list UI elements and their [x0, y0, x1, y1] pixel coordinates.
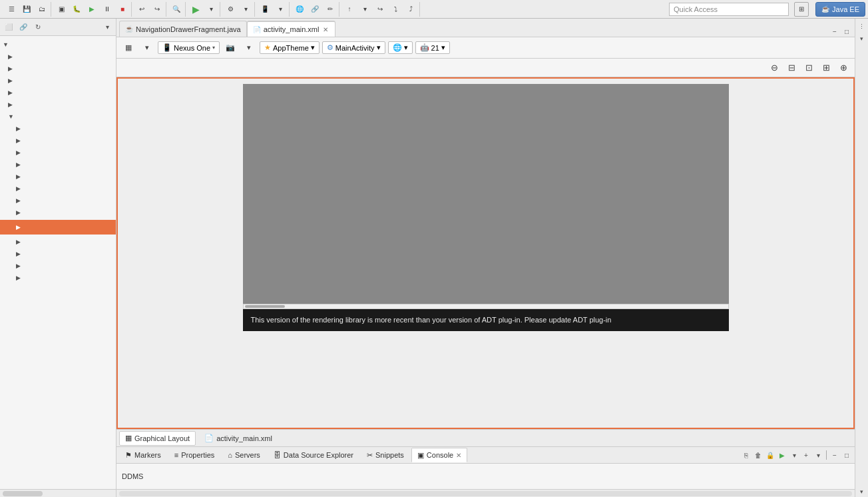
- panel-new-btn[interactable]: +: [801, 450, 811, 460]
- tree-item[interactable]: [0, 87, 116, 99]
- step-over-button[interactable]: ↪: [373, 2, 387, 17]
- console-close-btn[interactable]: ✕: [456, 452, 461, 459]
- panel-clear-btn[interactable]: 🗑: [753, 450, 763, 460]
- run-dropdown[interactable]: ▾: [204, 2, 218, 17]
- api-selector[interactable]: 🤖 21 ▾: [415, 41, 450, 54]
- screenshot-dropdown[interactable]: ▾: [241, 40, 257, 56]
- panel-scroll-lock-btn[interactable]: 🔒: [765, 450, 775, 460]
- h-scrollbar-track[interactable]: [119, 491, 852, 496]
- theme-selector[interactable]: ★ AppTheme ▾: [260, 41, 320, 54]
- tree-item[interactable]: [0, 135, 116, 147]
- tree-item[interactable]: [0, 236, 116, 248]
- tree-item-selected[interactable]: [0, 220, 116, 235]
- arrow-up-dropdown[interactable]: ▾: [357, 2, 372, 17]
- zoom-out-small-btn[interactable]: ⊟: [784, 61, 799, 75]
- layout-dropdown[interactable]: ▾: [139, 40, 155, 56]
- properties-tab[interactable]: ≡ Properties: [168, 448, 221, 462]
- data-source-tab[interactable]: 🗄 Data Source Explorer: [268, 448, 359, 462]
- back-button[interactable]: ↩: [134, 2, 149, 17]
- right-sidebar-btn2[interactable]: ▾: [857, 33, 867, 44]
- new-button[interactable]: ☰: [4, 2, 19, 17]
- tab-activity-main[interactable]: 📄 activity_main.xml ✕: [247, 21, 336, 37]
- sidebar-sync-btn[interactable]: ↻: [32, 21, 44, 33]
- save-all-button[interactable]: 🗂: [35, 2, 49, 17]
- tab-navigation-drawer[interactable]: ☕ NavigationDrawerFragment.java: [119, 21, 247, 37]
- panel-max-btn[interactable]: □: [841, 450, 852, 460]
- screenshot-btn[interactable]: 📷: [222, 40, 238, 56]
- tree-item[interactable]: [0, 272, 116, 284]
- forward-button[interactable]: ↪: [150, 2, 164, 17]
- servers-icon: ⌂: [228, 451, 232, 459]
- right-sidebar-btn3[interactable]: ▾: [857, 486, 867, 497]
- tree-item[interactable]: [0, 147, 116, 159]
- sidebar-expand-btn[interactable]: ⬜: [3, 21, 15, 33]
- zoom-fit-btn[interactable]: ⊡: [801, 61, 816, 75]
- editor-max-btn[interactable]: □: [841, 26, 852, 37]
- sidebar-scrollbar-thumb[interactable]: [3, 491, 43, 496]
- build-dropdown[interactable]: ▾: [238, 2, 253, 17]
- tree-item[interactable]: [0, 260, 116, 272]
- arrow-up-button[interactable]: ↑: [342, 2, 357, 17]
- tree-item[interactable]: [0, 99, 116, 111]
- editor-min-btn[interactable]: −: [829, 26, 840, 37]
- layout-btn[interactable]: ▦: [120, 40, 136, 56]
- perspective-icon-btn[interactable]: ⊞: [794, 2, 809, 17]
- pencil-button[interactable]: ✏: [323, 2, 337, 17]
- right-sidebar-btn1[interactable]: ⋮: [857, 21, 867, 32]
- tab-close-button[interactable]: ✕: [322, 25, 329, 33]
- locale-selector[interactable]: 🌐 ▾: [388, 41, 413, 54]
- tree-item[interactable]: [0, 111, 116, 123]
- build-button[interactable]: ⚙: [223, 2, 238, 17]
- terminate-button[interactable]: ■: [115, 2, 130, 17]
- panel-copy-btn[interactable]: ⎘: [741, 450, 752, 460]
- tree-item[interactable]: [0, 195, 116, 207]
- web2-button[interactable]: 🔗: [308, 2, 322, 17]
- tree-item[interactable]: [0, 39, 116, 51]
- sidebar-menu-btn[interactable]: ▾: [101, 21, 113, 33]
- tree-item[interactable]: [0, 207, 116, 219]
- console-button[interactable]: ▣: [54, 2, 69, 17]
- sidebar-scrollbar[interactable]: [0, 489, 116, 497]
- web-button[interactable]: 🌐: [292, 2, 307, 17]
- snippets-tab[interactable]: ✂ Snippets: [361, 448, 410, 462]
- run2-button[interactable]: ▶: [188, 2, 203, 17]
- markers-tab[interactable]: ⚑ Markers: [119, 448, 167, 462]
- panel-run-btn[interactable]: ▶: [777, 450, 787, 460]
- activity-selector[interactable]: ⚙ MainActivity ▾: [322, 41, 385, 54]
- device-button[interactable]: 📱: [258, 2, 272, 17]
- step-in-button[interactable]: ⤵: [388, 2, 403, 17]
- tree-item[interactable]: [0, 75, 116, 87]
- tree-item[interactable]: [0, 63, 116, 75]
- tree-item[interactable]: [0, 183, 116, 195]
- device-selector[interactable]: 📱 Nexus One ▾: [158, 41, 220, 54]
- panel-min-btn[interactable]: −: [829, 450, 840, 460]
- xml-source-tab[interactable]: 📄 activity_main.xml: [198, 431, 278, 446]
- console-tab[interactable]: ▣ Console ✕: [411, 448, 467, 462]
- tree-item[interactable]: [0, 123, 116, 135]
- search-button[interactable]: 🔍: [169, 2, 184, 17]
- java-ee-perspective-btn[interactable]: ☕ Java EE: [815, 2, 865, 17]
- quick-access-input[interactable]: Quick Access: [669, 3, 789, 16]
- step-out-button[interactable]: ⤴: [403, 2, 418, 17]
- tree-item[interactable]: [0, 51, 116, 63]
- device-dropdown[interactable]: ▾: [273, 2, 288, 17]
- canvas-scrollbar-thumb[interactable]: [245, 305, 285, 308]
- sidebar-link-btn[interactable]: 🔗: [17, 21, 29, 33]
- canvas-h-scrollbar[interactable]: [243, 304, 729, 309]
- graphical-layout-tab[interactable]: ▦ Graphical Layout: [119, 431, 196, 446]
- pause-button[interactable]: ⏸: [100, 2, 114, 17]
- canvas-wrapper[interactable]: This version of the rendering library is…: [116, 77, 855, 429]
- bottom-h-scrollbar[interactable]: [116, 489, 855, 497]
- servers-tab[interactable]: ⌂ Servers: [222, 448, 266, 462]
- save-button[interactable]: 💾: [19, 2, 34, 17]
- zoom-in-btn[interactable]: ⊕: [836, 61, 851, 75]
- zoom-in-small-btn[interactable]: ⊞: [819, 61, 833, 75]
- run-button[interactable]: ▶: [85, 2, 99, 17]
- panel-new-dropdown[interactable]: ▾: [813, 450, 823, 460]
- tree-item[interactable]: [0, 159, 116, 171]
- tree-item[interactable]: [0, 248, 116, 260]
- tree-item[interactable]: [0, 171, 116, 183]
- zoom-out-btn[interactable]: ⊖: [767, 61, 781, 75]
- panel-run-dropdown[interactable]: ▾: [789, 450, 799, 460]
- debug-button[interactable]: 🐛: [69, 2, 84, 17]
